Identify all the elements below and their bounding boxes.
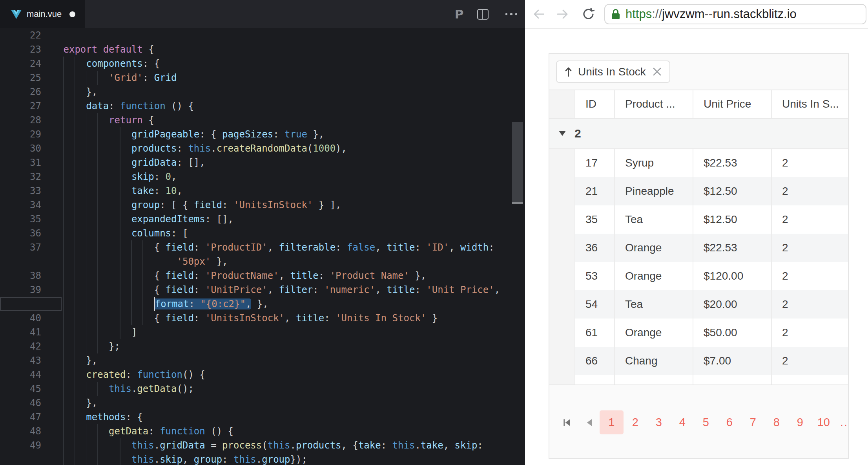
code-line[interactable]: 41 ] (0, 325, 525, 339)
line-number: 32 (0, 170, 62, 184)
line-number (0, 254, 62, 269)
code-line[interactable]: 35 expandedItems: [], (0, 212, 525, 226)
code-line[interactable]: 37 { field: 'ProductID', filterable: fal… (0, 240, 525, 254)
code-line[interactable]: 26 }, (0, 85, 525, 99)
page-number-1[interactable]: 1 (600, 410, 624, 434)
page-number-3[interactable]: 3 (647, 410, 671, 434)
cell (693, 375, 771, 384)
code-line[interactable]: 40 { field: 'UnitsInStock', title: 'Unit… (0, 311, 525, 325)
code-line[interactable]: 29 gridPageable: { pageSizes: true }, (0, 127, 525, 141)
more-actions-icon[interactable] (503, 13, 518, 15)
prettier-icon[interactable]: P (455, 7, 464, 21)
back-button-icon[interactable] (534, 9, 544, 19)
cell: $12.50 (693, 177, 771, 205)
code-line[interactable]: format: "{0:c2}", }, (0, 297, 525, 311)
cell: Orange (614, 262, 693, 290)
code-line[interactable]: 47 methods: { (0, 410, 525, 424)
cell: 2 (771, 319, 848, 347)
page-number-2[interactable]: 2 (624, 410, 647, 434)
cell (549, 177, 574, 205)
code-line[interactable]: this.skip, group: this.group}); (0, 452, 525, 465)
code-line[interactable]: '50px' }, (0, 254, 525, 269)
page-number-5[interactable]: 5 (694, 410, 718, 434)
group-chip[interactable]: Units In Stock (556, 60, 670, 83)
line-number: 25 (0, 71, 62, 85)
table-row[interactable]: 66Chang$7.002 (549, 347, 848, 375)
page-number-8[interactable]: 8 (765, 410, 788, 434)
column-header[interactable]: ID (574, 90, 614, 118)
collapse-group-icon[interactable] (559, 131, 566, 136)
code-line[interactable]: 43 }, (0, 353, 525, 368)
code-line[interactable]: 30 products: this.createRandomData(1000)… (0, 141, 525, 156)
code-line[interactable]: 24 components: { (0, 57, 525, 71)
code-line[interactable]: 28 return { (0, 113, 525, 127)
code-line[interactable]: 38 { field: 'ProductName', title: 'Produ… (0, 269, 525, 283)
code-line[interactable]: 45 this.getData(); (0, 382, 525, 396)
browser-toolbar: https://jwvzwm--run.stackblitz.io (525, 0, 868, 29)
table-row[interactable]: 36Orange$22.532 (549, 234, 848, 262)
overview-ruler-cursor-marker (512, 202, 523, 204)
remove-group-icon[interactable] (653, 68, 661, 76)
cell: $22.53 (693, 234, 771, 262)
code-text: this.getData(); (64, 382, 194, 396)
page-number-7[interactable]: 7 (741, 410, 765, 434)
code-line[interactable]: 31 gridData: [], (0, 156, 525, 170)
page-number-4[interactable]: 4 (671, 410, 694, 434)
code-line[interactable]: 48 getData: function () { (0, 424, 525, 438)
browser-preview: https://jwvzwm--run.stackblitz.io Units … (525, 0, 868, 465)
line-number: 48 (0, 424, 62, 438)
code-line[interactable]: 32 skip: 0, (0, 170, 525, 184)
refresh-icon[interactable] (583, 8, 594, 20)
cell: 2 (771, 149, 848, 177)
column-header[interactable]: Product ... (614, 90, 693, 118)
address-bar[interactable]: https://jwvzwm--run.stackblitz.io (604, 4, 866, 24)
cell: $7.00 (693, 347, 771, 375)
page-number-6[interactable]: 6 (718, 410, 741, 434)
code-line[interactable]: 42 }; (0, 339, 525, 353)
code-line[interactable]: 34 group: [ { field: 'UnitsInStock' } ], (0, 198, 525, 212)
table-row[interactable]: 61Orange$50.002 (549, 319, 848, 347)
forward-button-icon[interactable] (557, 9, 568, 19)
code-line[interactable]: 46 }, (0, 396, 525, 410)
code-line[interactable]: 49 this.gridData = process(this.products… (0, 438, 525, 452)
column-header[interactable]: Unit Price (693, 90, 771, 118)
code-line[interactable]: 44 created: function() { (0, 368, 525, 382)
url-separator: :// (652, 7, 662, 21)
code-line[interactable]: 23export default { (0, 42, 525, 57)
table-row[interactable]: 21Pineapple$12.502 (549, 177, 848, 205)
code-line[interactable]: 39 { field: 'UnitPrice', filter: 'numeri… (0, 283, 525, 297)
code-lines[interactable]: 2223export default {24 components: {25 '… (0, 28, 525, 465)
code-line[interactable]: 27 data: function () { (0, 99, 525, 113)
code-text: created: function() { (64, 368, 205, 382)
cell (549, 347, 574, 375)
line-number: 33 (0, 184, 62, 198)
page-number-9[interactable]: 9 (788, 410, 812, 434)
table-row[interactable]: 17Syrup$22.532 (549, 149, 848, 177)
cell: 35 (574, 205, 614, 234)
url-scheme: https (625, 7, 652, 21)
table-row[interactable]: 35Tea$12.502 (549, 205, 848, 234)
cell: 2 (771, 234, 848, 262)
cell: 2 (771, 177, 848, 205)
tab-main-vue[interactable]: main.vue (0, 0, 85, 28)
table-row[interactable]: 54Tea$20.002 (549, 290, 848, 319)
code-line[interactable]: 25 'Grid': Grid (0, 71, 525, 85)
code-line[interactable]: 33 take: 10, (0, 184, 525, 198)
group-row[interactable]: 2 (549, 119, 848, 149)
line-number: 30 (0, 141, 62, 156)
first-page-icon[interactable] (562, 417, 572, 428)
code-text: products: this.createRandomData(1000), (64, 141, 347, 156)
column-header[interactable]: Units In S... (771, 90, 848, 118)
code-line[interactable]: 22 (0, 28, 525, 42)
code-line[interactable]: 36 columns: [ (0, 226, 525, 240)
editor-scrollbar-thumb[interactable] (512, 122, 523, 203)
previous-page-icon[interactable] (584, 417, 594, 428)
page-number-10[interactable]: 10 (812, 410, 835, 434)
split-editor-icon[interactable] (477, 9, 489, 20)
table-row[interactable]: 53Orange$120.002 (549, 262, 848, 290)
pager-ellipsis[interactable]: .. (840, 416, 848, 429)
code-text: 'Grid': Grid (64, 71, 177, 85)
code-text: '50px' }, (64, 254, 228, 269)
code-text: { field: 'ProductName', title: 'Product … (64, 269, 427, 283)
cell (549, 290, 574, 319)
